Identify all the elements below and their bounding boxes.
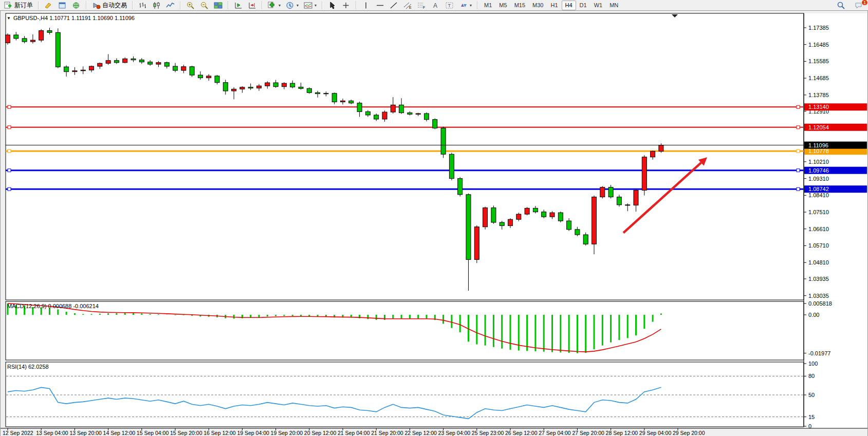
line-anchor-handle[interactable] xyxy=(797,149,800,153)
crosshair-icon xyxy=(342,2,350,9)
price-badge-label: 1.12054 xyxy=(808,124,829,130)
candle-body xyxy=(39,31,44,41)
line-anchor-handle[interactable] xyxy=(8,169,11,172)
timeframe-H4-button[interactable]: H4 xyxy=(562,1,576,10)
svg-text:F: F xyxy=(423,6,425,9)
search-button[interactable] xyxy=(834,0,848,10)
zoom-out-button[interactable] xyxy=(197,0,211,10)
horizontal-line-button[interactable] xyxy=(373,0,387,10)
navigator-button[interactable] xyxy=(69,0,83,10)
timeframe-M1-button[interactable]: M1 xyxy=(481,1,495,10)
line-anchor-handle[interactable] xyxy=(8,105,11,108)
candle-body xyxy=(550,213,555,217)
timeframe-M5-button[interactable]: M5 xyxy=(495,1,510,10)
tile-windows-button[interactable] xyxy=(211,0,225,10)
macd-tick-label: -0.01977 xyxy=(808,350,830,356)
candlestick-button[interactable] xyxy=(150,0,163,10)
candle-body xyxy=(391,105,395,112)
toolbar-group-panels xyxy=(40,0,85,10)
candle-body xyxy=(659,145,663,151)
line-anchor-handle[interactable] xyxy=(797,126,800,129)
candle-body xyxy=(542,212,546,217)
candle-body xyxy=(148,62,153,64)
indicators-button[interactable]: ▾ xyxy=(265,0,283,10)
autotrading-button[interactable]: 自动交易 xyxy=(89,0,130,10)
timeframe-M15-button[interactable]: M15 xyxy=(511,1,529,10)
current-price-badge-label: 1.11096 xyxy=(808,142,828,148)
templates-button[interactable]: ▾ xyxy=(301,0,319,10)
price-tick-label: 1.17385 xyxy=(808,25,829,31)
shapes-icon xyxy=(459,2,468,9)
vertical-line-button[interactable] xyxy=(359,0,373,10)
macd-panel[interactable] xyxy=(6,301,804,360)
new-order-button[interactable]: 新订单 xyxy=(2,0,35,10)
candle-body xyxy=(617,197,621,205)
line-anchor-handle[interactable] xyxy=(797,169,800,172)
candle-body xyxy=(449,154,454,178)
time-tick-label: 13 Sep 04:00 xyxy=(36,430,68,436)
equidistant-channel-button[interactable]: E xyxy=(401,0,415,10)
trendline-icon xyxy=(390,2,398,9)
zoom-out-icon xyxy=(200,2,209,9)
data-window-button[interactable] xyxy=(56,0,69,10)
styler-button[interactable] xyxy=(42,0,56,10)
price-tick-label: 1.05710 xyxy=(808,242,829,249)
line-anchor-handle[interactable] xyxy=(797,105,800,108)
line-anchor-handle[interactable] xyxy=(8,149,11,153)
price-tick-label: 1.15585 xyxy=(808,58,829,64)
candle-body xyxy=(642,157,647,191)
line-anchor-handle[interactable] xyxy=(8,187,11,191)
cursor-button[interactable] xyxy=(325,0,339,10)
line-anchor-handle[interactable] xyxy=(8,126,11,129)
price-tick-label: 1.16485 xyxy=(808,42,829,48)
time-tick-label: 26 Sep 12:00 xyxy=(505,430,538,436)
timeframe-MN-button[interactable]: MN xyxy=(606,1,622,10)
candle-body xyxy=(106,61,110,63)
crosshair-button[interactable] xyxy=(339,0,353,10)
candle-body xyxy=(173,66,178,70)
chart-window[interactable]: 1.173851.164851.155851.146851.137851.129… xyxy=(0,10,868,436)
text-button[interactable]: A xyxy=(429,0,442,10)
periods-icon xyxy=(286,2,294,9)
line-chart-button[interactable] xyxy=(163,0,177,10)
bar-chart-button[interactable] xyxy=(136,0,150,10)
rsi-tick-label: 80 xyxy=(808,373,815,379)
candle-body xyxy=(382,112,387,119)
candle-body xyxy=(583,235,588,244)
candle-body xyxy=(349,101,354,103)
time-tick-label: 15 Sep 04:00 xyxy=(137,430,169,436)
auto-scroll-button[interactable] xyxy=(231,0,245,10)
channel-icon: E xyxy=(403,2,412,9)
toolbar-group-objects-menus: ▾▾▾ xyxy=(264,0,321,10)
candle-body xyxy=(433,120,437,128)
periods-button[interactable]: ▾ xyxy=(283,0,301,10)
candle-body xyxy=(516,214,521,219)
svg-text:T: T xyxy=(448,3,451,8)
timeframe-D1-button[interactable]: D1 xyxy=(576,1,590,10)
styler-icon xyxy=(44,2,53,9)
candle-body xyxy=(592,197,597,244)
candle-body xyxy=(181,67,186,70)
toolbar-group-timeframes: M1M5M15M30H1H4D1W1MN xyxy=(479,0,623,10)
chart-shift-icon xyxy=(248,2,256,9)
line-anchor-handle[interactable] xyxy=(797,187,800,191)
toolbar-separator xyxy=(262,1,263,9)
timeframe-M30-button[interactable]: M30 xyxy=(529,1,547,10)
rsi-tick-label: 50 xyxy=(808,392,815,398)
notifications-button[interactable]: 1 xyxy=(852,0,866,10)
fibonacci-button[interactable]: F xyxy=(415,0,429,10)
timeframe-H1-button[interactable]: H1 xyxy=(547,1,561,10)
text-label-button[interactable]: T xyxy=(442,0,456,10)
label-icon: T xyxy=(445,2,454,9)
chart-shift-button[interactable] xyxy=(245,0,259,10)
time-tick-label: 28 Sep 12:00 xyxy=(606,430,638,436)
toolbar-group-orders: 新订单 xyxy=(0,0,37,10)
trendline-button[interactable] xyxy=(387,0,401,10)
zoom-in-button[interactable] xyxy=(183,0,197,10)
main-plot-area[interactable] xyxy=(6,13,804,300)
arrows-button[interactable]: ▾ xyxy=(456,0,474,10)
timeframe-W1-button[interactable]: W1 xyxy=(590,1,606,10)
price-chart[interactable]: 1.173851.164851.155851.146851.137851.129… xyxy=(1,11,867,436)
candle-body xyxy=(651,151,655,157)
rsi-tick-label: 100 xyxy=(808,361,818,367)
